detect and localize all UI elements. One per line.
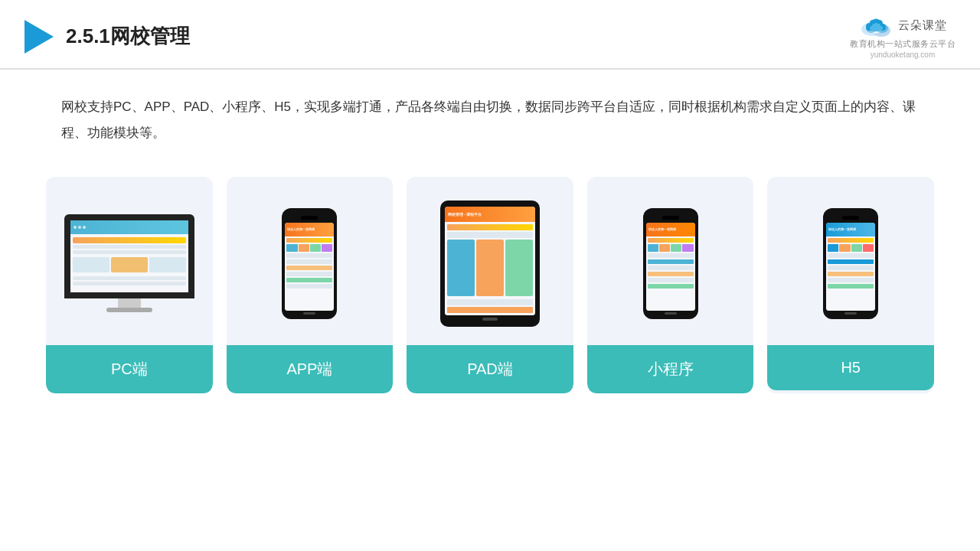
pc-screen xyxy=(64,214,194,298)
card-app: 职达人的第一堂网课 xyxy=(227,177,394,393)
header-left: 2.5.1网校管理 xyxy=(24,20,190,54)
card-h5-label: H5 xyxy=(767,345,934,390)
header: 2.5.1网校管理 云朵课堂 教育机构一站式服务云平台 yunduoketang… xyxy=(0,0,980,70)
brand-url: yunduoketang.com xyxy=(871,51,936,59)
card-pc-image xyxy=(46,177,213,345)
brand-logo: 云朵课堂 教育机构一站式服务云平台 yunduoketang.com xyxy=(850,14,956,59)
card-pc: PC端 xyxy=(46,177,213,393)
card-pc-label: PC端 xyxy=(46,345,213,393)
brand-name: 云朵课堂 xyxy=(898,18,947,33)
card-h5: 职达人的第一堂网课 xyxy=(767,177,934,393)
card-miniprogram-label: 小程序 xyxy=(587,345,754,393)
card-pad-image: 网校管理 - 课程平台 xyxy=(407,177,573,345)
phone-mockup-app: 职达人的第一堂网课 xyxy=(282,208,337,319)
tablet-mockup: 网校管理 - 课程平台 xyxy=(440,201,540,327)
cards-container: PC端 职达人的第一堂网课 xyxy=(0,161,980,393)
phone-mockup-h5: 职达人的第一堂网课 xyxy=(823,208,878,319)
brand-logo-top: 云朵课堂 xyxy=(858,14,947,37)
card-pad: 网校管理 - 课程平台 xyxy=(407,177,573,393)
card-miniprogram: 职达人的第一堂网课 xyxy=(587,177,754,393)
card-miniprogram-image: 职达人的第一堂网课 xyxy=(587,177,754,345)
card-h5-image: 职达人的第一堂网课 xyxy=(767,177,934,345)
cloud-icon xyxy=(858,14,893,37)
card-app-label: APP端 xyxy=(227,345,394,393)
card-app-image: 职达人的第一堂网课 xyxy=(227,177,394,345)
page-title: 2.5.1网校管理 xyxy=(66,23,190,50)
pc-mockup xyxy=(64,214,194,312)
card-pad-label: PAD端 xyxy=(407,345,573,393)
logo-triangle-icon xyxy=(24,20,54,54)
brand-tagline: 教育机构一站式服务云平台 xyxy=(850,38,956,50)
phone-mockup-miniprogram: 职达人的第一堂网课 xyxy=(643,208,698,319)
description-text: 网校支持PC、APP、PAD、小程序、H5，实现多端打通，产品各终端自由切换，数… xyxy=(0,70,980,161)
